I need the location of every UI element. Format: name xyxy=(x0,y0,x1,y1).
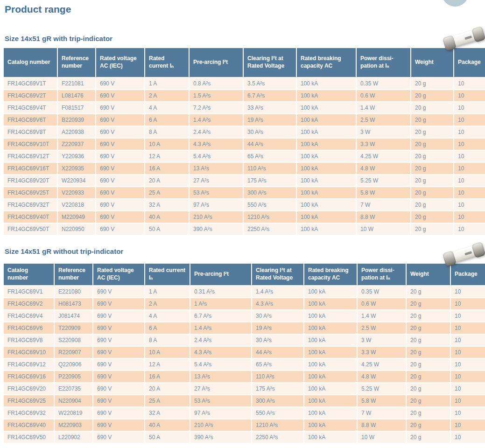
table-cell: 100 kA xyxy=(304,310,357,322)
table-cell: 10 xyxy=(451,395,485,406)
table-cell: X220935 xyxy=(58,163,95,174)
table-cell: 13 A²s xyxy=(190,163,243,174)
table-cell: J081474 xyxy=(55,310,92,322)
table-cell: W220819 xyxy=(55,407,92,419)
table-cell: 100 kA xyxy=(297,224,356,235)
table-cell: 20 g xyxy=(407,432,450,443)
table-cell: 690 V xyxy=(93,286,144,297)
table-cell: 20 g xyxy=(411,151,453,162)
table-cell: 6 A xyxy=(145,322,190,334)
table-cell: 20 g xyxy=(411,126,453,138)
table-cell: 690 V xyxy=(93,310,144,322)
column-header: Rated current Iₙ xyxy=(145,48,189,77)
table-cell: 7 W xyxy=(357,199,410,210)
table-cell: 4.3 A²s xyxy=(252,298,303,309)
table-cell: 33 A²s xyxy=(244,102,296,113)
table-cell: 210 A²s xyxy=(190,211,243,223)
table-cell: 2250 A²s xyxy=(244,224,296,235)
table-cell: 44 A²s xyxy=(252,347,303,358)
column-header: Pre-arcing I²t xyxy=(190,264,251,285)
column-header: Package xyxy=(454,48,485,77)
table-cell: 16 A xyxy=(145,163,189,174)
column-header: Weight xyxy=(407,264,450,285)
table-cell: H081473 xyxy=(55,298,92,309)
table-cell: 4.25 W xyxy=(358,359,406,370)
table-cell: FR14GC69V12T xyxy=(4,151,57,162)
table-cell: 10 xyxy=(454,187,485,198)
table-cell: L081476 xyxy=(58,90,95,101)
table-cell: 8 A xyxy=(145,126,189,138)
table-cell: 44 A²s xyxy=(244,139,296,150)
table-cell: 690 V xyxy=(93,322,144,334)
table-cell: P220905 xyxy=(55,371,92,382)
column-header: Reference number xyxy=(58,48,95,77)
table-cell: 100 kA xyxy=(304,359,357,370)
table-cell: 20 g xyxy=(407,310,450,322)
table-cell: 0.6 W xyxy=(358,298,406,309)
table-cell: FR14GC69V6T xyxy=(4,114,57,126)
table-cell: FR14GC69V20 xyxy=(4,383,54,394)
table-cell: 53 A²s xyxy=(190,395,251,406)
table-row: FR14GC69V40M220903690 V40 A210 A²s1210 A… xyxy=(4,420,485,431)
table-cell: FR14GC69V10T xyxy=(4,139,57,150)
table-cell: 8.8 W xyxy=(357,211,410,223)
table-row: FR14GC69V20TW220934690 V20 A27 A²s175 A²… xyxy=(4,175,485,186)
table-cell: L220902 xyxy=(55,432,92,443)
table-cell: 10 xyxy=(451,371,485,382)
table-cell: FR14GC69V25T xyxy=(4,187,57,198)
column-header: Pre-arcing I²t xyxy=(190,48,243,77)
table-cell: 1.4 A²s xyxy=(190,114,243,126)
table-row: FR14GC69V32TV220818690 V32 A97 A²s550 A²… xyxy=(4,199,485,210)
table-cell: FR14GC69V40 xyxy=(4,420,54,431)
table-cell: 4.8 W xyxy=(357,163,410,174)
table-cell: B220939 xyxy=(58,114,95,126)
table-cell: 390 A²s xyxy=(190,432,251,443)
table-row: FR14GC69V2TL081476690 V2 A1.5 A²s6.7 A²s… xyxy=(4,90,485,101)
table-cell: 13 A²s xyxy=(190,371,251,382)
table-cell: 210 A²s xyxy=(190,420,251,431)
column-header: Rated voltage AC (IEC) xyxy=(96,48,144,77)
table-cell: 100 kA xyxy=(297,151,356,162)
table-cell: 10 xyxy=(451,383,485,394)
table-row: FR14GC69V50L220902690 V50 A390 A²s2250 A… xyxy=(4,432,485,443)
table-cell: 10 xyxy=(454,102,485,113)
table-cell: 65 A²s xyxy=(252,359,303,370)
table-cell: 20 A xyxy=(145,175,189,186)
column-header: Catalog number xyxy=(4,264,54,285)
table-cell: 10 W xyxy=(358,432,406,443)
table-cell: 20 g xyxy=(411,224,453,235)
table-cell: 8 A xyxy=(145,335,190,346)
column-header: Package xyxy=(451,264,485,285)
table-cell: 100 kA xyxy=(304,407,357,419)
table-cell: 1210 A²s xyxy=(244,211,296,223)
table-cell: 30 A²s xyxy=(252,310,303,322)
table-row: FR14GC69V6TB220939690 V6 A1.4 A²s19 A²s1… xyxy=(4,114,485,126)
table-cell: 690 V xyxy=(93,298,144,309)
table-cell: 20 g xyxy=(407,359,450,370)
table-cell: 6.7 A²s xyxy=(190,310,251,322)
table-cell: 53 A²s xyxy=(190,187,243,198)
table-cell: 10 xyxy=(454,139,485,150)
column-header: Clearing I²t at Rated Voltage xyxy=(244,48,296,77)
table-cell: 690 V xyxy=(96,114,144,126)
product-table-without-trip-indicator: Catalog numberReference numberRated volt… xyxy=(3,263,485,444)
table-cell: 3 W xyxy=(358,335,406,346)
table-cell: FR14GC69V4 xyxy=(4,310,54,322)
table-cell: W220934 xyxy=(58,175,95,186)
table-row: FR14GC69V10R220907690 V10 A4.3 A²s44 A²s… xyxy=(4,347,485,358)
table-cell: 10 xyxy=(454,211,485,223)
table-cell: 1.4 W xyxy=(357,102,410,113)
table-cell: FR14GC69V8T xyxy=(4,126,57,138)
table-cell: 4 A xyxy=(145,310,190,322)
table-cell: 32 A xyxy=(145,407,190,419)
table-cell: FR14GC69V2 xyxy=(4,298,54,309)
table-cell: 5.25 W xyxy=(357,175,410,186)
table-row: FR14GC69V50TN220950690 V50 A390 A²s2250 … xyxy=(4,224,485,235)
table-cell: FR14GC69V12 xyxy=(4,359,54,370)
table-cell: 4.3 A²s xyxy=(190,139,243,150)
table-cell: 10 xyxy=(451,322,485,334)
table-row: FR14GC69V4J081474690 V4 A6.7 A²s30 A²s10… xyxy=(4,310,485,322)
table-cell: FR14GC69V16 xyxy=(4,371,54,382)
table-cell: 100 kA xyxy=(297,114,356,126)
table-cell: 6.7 A²s xyxy=(244,90,296,101)
